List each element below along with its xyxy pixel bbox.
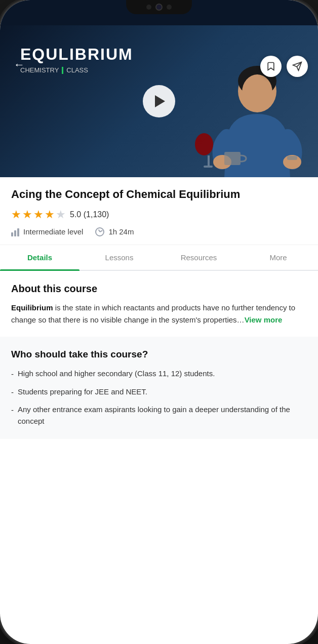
tab-resources[interactable]: Resources [159, 245, 238, 270]
who-list: - High school and higher secondary (Clas… [11, 368, 307, 427]
bar-1 [11, 232, 13, 236]
bookmark-icon [266, 61, 276, 71]
phone-screen: ← EQULIBRIUM [0, 0, 318, 644]
svg-rect-12 [224, 152, 241, 165]
bar-chart-icon [11, 227, 19, 236]
back-arrow-icon: ← [14, 58, 25, 71]
level-icon [11, 227, 19, 236]
play-button[interactable] [143, 85, 175, 117]
who-item-2-text: Students preparing for JEE and NEET. [18, 386, 147, 398]
share-icon [292, 61, 302, 71]
status-bar [0, 0, 318, 25]
star-2: ★ [22, 208, 32, 221]
video-section: ← EQULIBRIUM [0, 25, 318, 177]
duration-meta: 1h 24m [95, 227, 134, 236]
notch [126, 0, 192, 14]
about-section: About this course Equilibrium is the sta… [0, 271, 318, 337]
share-button[interactable] [287, 56, 308, 77]
list-item: - High school and higher secondary (Clas… [11, 368, 307, 380]
level-meta: Intermediate level [11, 227, 83, 236]
bar-3 [17, 228, 19, 236]
tabs-container: Details Lessons Resources More [0, 245, 318, 271]
list-item: - Students preparing for JEE and NEET. [11, 386, 307, 398]
clock-icon-container [95, 227, 104, 236]
who-item-1-text: High school and higher secondary (Class … [18, 368, 215, 380]
rating-row: ★ ★ ★ ★ ★ 5.0 (1,130) [11, 208, 307, 221]
duration-text: 1h 24m [108, 227, 134, 236]
course-title: Acing the Concept of Chemical Equilibriu… [11, 187, 307, 202]
about-title: About this course [11, 283, 307, 295]
svg-rect-10 [208, 155, 210, 166]
view-more-button[interactable]: View more [245, 315, 283, 324]
level-text: Intermediate level [23, 227, 83, 236]
video-subtitle: CHEMISTRY CLASS [20, 66, 133, 74]
dash-3: - [11, 405, 14, 416]
who-title: Who should take this course? [11, 349, 307, 360]
content-area: Acing the Concept of Chemical Equilibriu… [0, 177, 318, 439]
video-overlay-text: EQULIBRIUM CHEMISTRY CLASS [20, 46, 133, 74]
play-icon [155, 95, 165, 107]
tab-lessons-label: Lessons [105, 253, 134, 262]
rating-count: (1,130) [84, 210, 109, 219]
notch-camera [155, 4, 163, 11]
phone-frame: ← EQULIBRIUM [0, 0, 318, 644]
tab-lessons[interactable]: Lessons [80, 245, 159, 270]
rating-text: 5.0 (1,130) [70, 210, 109, 219]
notch-dot-2 [167, 5, 172, 10]
about-text: Equilibrium is the state in which reacta… [11, 302, 307, 327]
tab-details-label: Details [27, 253, 52, 262]
star-3: ★ [33, 208, 44, 221]
tab-more[interactable]: More [238, 245, 318, 270]
class-label: CLASS [66, 66, 88, 74]
star-4: ★ [45, 208, 55, 221]
video-title: EQULIBRIUM [20, 46, 133, 63]
bookmark-button[interactable] [260, 56, 282, 77]
bar-2 [14, 230, 16, 236]
dash-2: - [11, 387, 14, 398]
svg-rect-11 [204, 166, 213, 168]
stars-container: ★ ★ ★ ★ ★ [11, 208, 66, 221]
list-item: - Any other entrance exam aspirants look… [11, 404, 307, 427]
who-item-3-text: Any other entrance exam aspirants lookin… [18, 404, 307, 427]
svg-rect-8 [287, 156, 297, 160]
separator-bar [62, 67, 63, 74]
svg-point-9 [195, 133, 213, 155]
star-5: ★ [56, 208, 66, 221]
back-button[interactable]: ← [10, 56, 28, 74]
clock-icon [95, 227, 104, 236]
clock-hand-minute [100, 230, 103, 232]
notch-dot-1 [146, 5, 151, 10]
action-buttons [260, 56, 308, 77]
tab-details[interactable]: Details [0, 245, 80, 270]
dash-1: - [11, 369, 14, 380]
who-section: Who should take this course? - High scho… [0, 337, 318, 439]
course-header: Acing the Concept of Chemical Equilibriu… [0, 177, 318, 245]
rating-value: 5.0 [70, 210, 81, 219]
meta-row: Intermediate level 1h 24m [11, 227, 307, 236]
tab-resources-label: Resources [181, 253, 217, 262]
svg-point-5 [242, 74, 272, 110]
star-1: ★ [11, 208, 21, 221]
tab-more-label: More [269, 253, 287, 262]
about-bold-word: Equilibrium [11, 303, 53, 312]
